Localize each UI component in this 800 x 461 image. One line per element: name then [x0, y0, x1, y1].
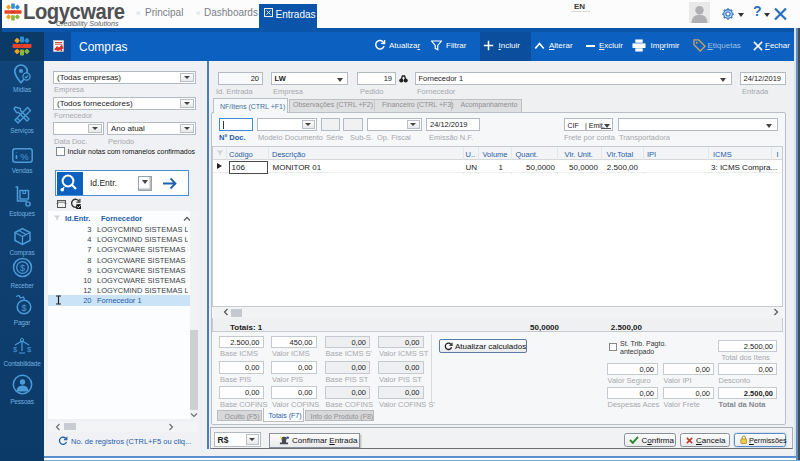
- svg-text:$: $: [21, 303, 26, 313]
- svg-text:%: %: [20, 151, 29, 162]
- svg-text:$: $: [13, 345, 18, 354]
- svg-text:$: $: [19, 263, 24, 273]
- svg-text:$: $: [27, 345, 32, 354]
